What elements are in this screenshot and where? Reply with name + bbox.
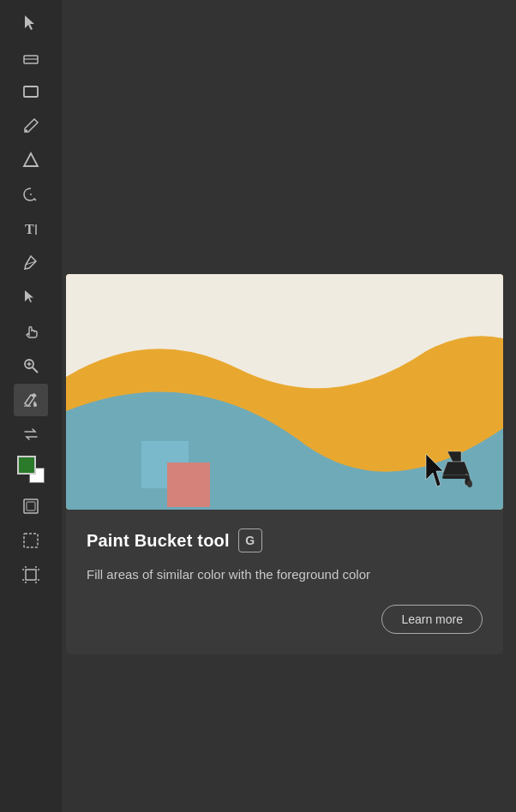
preview-image	[66, 274, 503, 510]
tool-zoom[interactable]	[14, 349, 48, 382]
svg-rect-3	[24, 87, 38, 97]
svg-text:T: T	[25, 222, 34, 236]
svg-marker-5	[24, 153, 38, 166]
tool-pen[interactable]	[14, 247, 48, 279]
tool-swap[interactable]	[14, 418, 48, 451]
toolbar: T	[0, 0, 62, 812]
svg-rect-16	[24, 499, 38, 513]
learn-more-button[interactable]: Learn more	[381, 605, 483, 634]
svg-rect-18	[24, 534, 38, 547]
svg-rect-32	[442, 475, 470, 479]
svg-rect-17	[27, 502, 35, 510]
svg-point-4	[25, 129, 27, 132]
tool-description: Fill areas of similar color with the for…	[87, 564, 483, 584]
tool-frame[interactable]	[14, 490, 48, 522]
tool-rectangle[interactable]	[14, 75, 48, 108]
tool-paint-bucket[interactable]	[14, 384, 48, 416]
svg-marker-0	[25, 15, 34, 30]
tool-selection[interactable]	[14, 7, 48, 39]
tool-hand[interactable]	[14, 315, 48, 348]
tool-type[interactable]: T	[14, 212, 48, 245]
svg-line-12	[33, 367, 38, 373]
svg-point-6	[30, 194, 32, 195]
tool-artboard[interactable]	[14, 558, 48, 591]
tool-eraser[interactable]	[14, 41, 48, 74]
shortcut-badge: G	[238, 528, 262, 552]
tooltip-panel: Paint Bucket tool G Fill areas of simila…	[62, 274, 516, 654]
svg-rect-19	[26, 570, 36, 580]
tool-lasso[interactable]	[14, 178, 48, 211]
svg-rect-30	[167, 463, 210, 507]
svg-point-33	[467, 481, 472, 487]
color-swatches[interactable]	[12, 452, 50, 488]
tool-direct-select[interactable]	[14, 281, 48, 313]
foreground-color-swatch	[17, 456, 36, 475]
tool-title-row: Paint Bucket tool G	[87, 528, 483, 552]
tool-eyedropper[interactable]	[14, 110, 48, 142]
svg-marker-10	[25, 290, 33, 302]
tool-marquee[interactable]	[14, 524, 48, 557]
tool-name-label: Paint Bucket tool	[87, 531, 230, 551]
info-panel: Paint Bucket tool G Fill areas of simila…	[66, 510, 503, 654]
tool-polygon[interactable]	[14, 144, 48, 176]
